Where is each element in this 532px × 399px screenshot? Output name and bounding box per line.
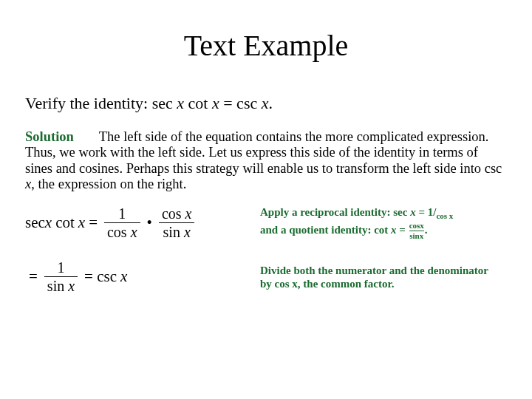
f2-frac-sin: sin: [47, 278, 64, 294]
solution-text-after: , the expression on the right.: [31, 177, 186, 191]
f2-frac-bar: [44, 276, 78, 277]
prompt-lead: Verify the identity:: [25, 94, 152, 112]
prompt-sec: sec: [152, 94, 177, 112]
formula-1: sec x cot x = 1 cos x • cos x: [25, 205, 247, 240]
slide: Text Example Verify the identity: sec x …: [0, 0, 532, 399]
note-1: Apply a reciprocal identity: sec x = 1/c…: [260, 205, 507, 239]
n1-t2: = 1/: [418, 206, 436, 218]
f1-frac2-nx: x: [185, 205, 192, 222]
page-title: Text Example: [25, 28, 507, 63]
f1-frac1-den: cos x: [104, 224, 140, 240]
prompt-x2: x: [212, 94, 223, 112]
solution-label: Solution: [25, 129, 74, 144]
prompt-eq-csc: = csc: [223, 94, 262, 112]
f1-x2: x: [78, 214, 85, 232]
n1-cosx: cos x: [436, 211, 453, 220]
n2-text: Divide both the numerator and the denomi…: [260, 265, 488, 290]
solution-text: The left side of the equation contains t…: [25, 129, 502, 176]
f2-x: x: [120, 267, 127, 286]
f2-eq1: =: [29, 267, 38, 286]
n1-t4: =: [399, 224, 408, 236]
f1-frac2-num: cos x: [159, 205, 195, 222]
n1-t1: Apply a reciprocal identity: sec: [260, 206, 410, 218]
f1-frac1: 1 cos x: [104, 205, 140, 240]
f2-frac-n: 1: [54, 259, 67, 276]
f1-frac1-bar: [104, 222, 140, 223]
n1-frac-d: sinx: [409, 232, 423, 240]
f2-frac: 1 sin x: [44, 259, 78, 294]
f1-x1: x: [45, 214, 52, 232]
f2-frac-x: x: [68, 278, 75, 294]
n1-t3: and a quotient identity: cot: [260, 224, 391, 236]
n1-frac: cosx sinx: [409, 222, 424, 240]
f1-frac2-dx: x: [184, 224, 191, 240]
formula-2: = 1 sin x = csc x: [25, 259, 247, 294]
f1-frac1-num: 1: [115, 205, 129, 222]
f1-frac1-cos: cos: [107, 224, 127, 240]
solution-italic-x: x: [25, 177, 31, 191]
prompt-cot: cot: [188, 94, 212, 112]
f1-frac2-sin: sin: [163, 224, 180, 240]
f1-frac1-x: x: [131, 224, 137, 240]
f2-frac-den: sin x: [44, 278, 78, 294]
derivation-row-1: sec x cot x = 1 cos x • cos x: [25, 205, 507, 240]
f2-eq2: = csc: [84, 267, 117, 286]
f1-cot: cot: [55, 214, 75, 232]
n1-x1: x: [410, 206, 418, 218]
problem-prompt: Verify the identity: sec x cot x = csc x…: [25, 94, 507, 113]
f1-sec: sec: [25, 214, 45, 232]
f1-frac2: cos x sin x: [159, 205, 195, 240]
note-2: Divide both the numerator and the denomi…: [260, 264, 507, 290]
solution-paragraph: SolutionThe left side of the equation co…: [25, 129, 507, 192]
f1-eq: =: [89, 214, 98, 232]
prompt-x1: x: [177, 94, 188, 112]
n1-x2: x: [391, 224, 399, 236]
f1-frac2-cos: cos: [162, 205, 182, 222]
prompt-x3: x: [262, 94, 269, 112]
derivation-rows: sec x cot x = 1 cos x • cos x: [25, 205, 507, 294]
n1-frac-n: cosx: [409, 222, 424, 230]
derivation-row-2: = 1 sin x = csc x Divide both the numera…: [25, 259, 507, 294]
f1-frac2-den: sin x: [160, 224, 194, 240]
prompt-period: .: [268, 94, 273, 112]
f1-dot: •: [147, 214, 152, 232]
n1-period: .: [425, 224, 428, 236]
f1-frac2-bar: [159, 222, 195, 223]
